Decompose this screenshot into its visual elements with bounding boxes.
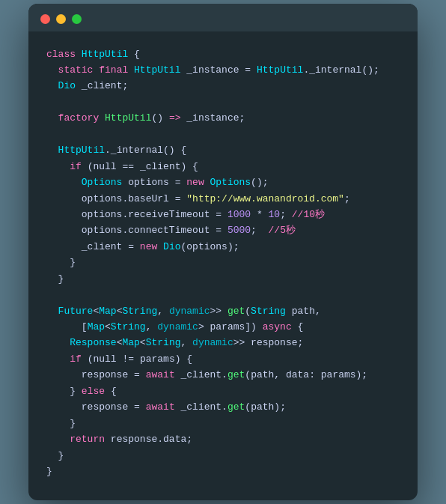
code-editor: class HttpUtil { static final HttpUtil _… (28, 31, 418, 501)
minimize-button[interactable] (56, 14, 66, 24)
close-button[interactable] (40, 14, 50, 24)
maximize-button[interactable] (72, 14, 82, 24)
code-window: class HttpUtil { static final HttpUtil _… (28, 4, 418, 501)
titlebar (28, 4, 418, 31)
